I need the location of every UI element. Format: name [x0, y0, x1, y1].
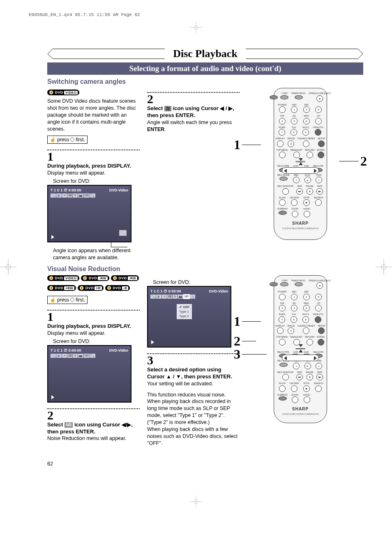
angle-icon	[119, 230, 127, 236]
screen-caption: Screen for DVD:	[53, 178, 140, 184]
num-8-button: 8	[291, 129, 297, 136]
recmode-button	[279, 177, 288, 181]
hand-press-icon: ☝	[50, 137, 56, 143]
page-title: Disc Playback	[165, 48, 246, 60]
skip-fwd-button: ⏭	[316, 188, 323, 195]
play-icon	[51, 235, 54, 239]
play-button: ▸	[304, 177, 311, 183]
num-5-button: 5	[291, 118, 297, 124]
section-bar: Selecting a format of audio and video (c…	[47, 62, 363, 75]
num-4-button: 4	[279, 118, 286, 124]
callout-b1: 1	[234, 314, 240, 329]
vnr-screen-caption: Screen for DVD:	[53, 339, 140, 344]
search-button	[315, 199, 322, 206]
vnr-step-2-instruction: Select NR icon using Cursor ◀/▶, then pr…	[47, 421, 140, 435]
vnr-step-1-instruction: During playback, press DISPLAY.	[47, 323, 140, 330]
step-2-instruction: Select 🎥 icon using Cursor ◀ / ▶, then p…	[147, 105, 240, 119]
vnr-step-3-number: 3	[147, 354, 240, 366]
callout-b3: 3	[234, 347, 240, 362]
screen-disc-type: DVD-Video	[109, 188, 128, 192]
step-2-number: 2	[147, 93, 240, 105]
fwd-button: »	[316, 177, 322, 183]
display-button	[277, 140, 284, 147]
dvd-video-badge: 📀 DVDVIDEO	[47, 90, 79, 95]
callout-2: 2	[360, 154, 367, 169]
dvd-button-icon	[70, 298, 74, 302]
screen-time-info: T 1 C 1 ⏱ 0:00:00	[51, 188, 81, 192]
num-2-button: 2	[303, 106, 310, 113]
disc-type-badges: 📀 DVDVIDEO 📀 DVD-RW 📀 DVD-RW 📀 DVD+RW 📀 …	[47, 275, 140, 293]
dubbing-button	[279, 211, 287, 215]
num-6-button: 6	[303, 118, 310, 124]
zoom-button	[292, 211, 298, 217]
vnr-step-2-number: 2	[47, 409, 140, 421]
hand-press-icon: ☝	[50, 297, 56, 303]
vnr-step-1-detail: Display menu will appear.	[47, 330, 140, 337]
num-9-button: 9	[302, 129, 309, 136]
vnr-step-1-number: 1	[47, 311, 140, 323]
menulist-button	[293, 152, 300, 158]
topmenu-button	[279, 152, 286, 158]
heading-vnr: Visual Noise Reduction	[47, 265, 363, 273]
return-button	[307, 152, 313, 158]
recmon-button	[282, 188, 289, 195]
top-register-mark	[0, 21, 392, 35]
vnr-step-2-detail: Noise Reduction menu will appear.	[47, 435, 140, 442]
clear-button	[303, 140, 309, 147]
step-1-number: 1	[47, 150, 140, 163]
vnr-step-3-detail: Your setting will be activated.	[147, 380, 240, 387]
step-1-detail: Display menu will appear.	[47, 170, 140, 177]
audio-button	[304, 211, 310, 217]
num-7-button: 7	[279, 129, 285, 136]
remote-subbrand: VCR/DVD RECORDER COMBINATION	[282, 228, 319, 230]
vnr-screen-caption-2: Screen for DVD:	[153, 279, 240, 285]
skip-back-button: ⏮	[296, 188, 303, 195]
pause-button: ⏸	[307, 188, 313, 195]
screen-icon-row: 🔍🔊≡🎞⟳📷NR🔍	[51, 193, 128, 198]
dvd-button-icon	[70, 138, 74, 142]
remote-diagram-b: 1 2 3 T-SET TIMER PROG. OPEN/CLOSE EJECT…	[247, 275, 354, 423]
angle-icon-note: Angle icon appears when different camera…	[53, 247, 140, 261]
nr-dropdown: ✔ OFF Type 1 Type 2	[177, 304, 192, 320]
vnr-step-3-paragraph: This function reduces visual noise. When…	[147, 391, 240, 447]
rev-button: «	[293, 177, 300, 183]
ch-up-button: +	[315, 118, 322, 124]
remote-brand: SHARP	[292, 221, 309, 226]
setup-button	[318, 140, 325, 147]
press-dvd-first-tip: ☝ press first.	[47, 296, 88, 304]
power-button	[279, 106, 286, 113]
videotv-button	[315, 129, 321, 136]
press-dvd-first-tip: ☝ press first.	[47, 136, 88, 144]
vnr-step-3-instruction: Select a desired option using Cursor ▲ /…	[147, 366, 240, 380]
callout-1: 1	[234, 137, 240, 152]
bottom-register-mark	[0, 495, 392, 509]
vnr-screen-mock-1: T 1 C 1 ⏱ 0:00:00 DVD-Video 🔍🔊≡🎞⟳📷NR🔍	[47, 345, 131, 403]
nr-button-icon: NR	[65, 422, 73, 428]
stop-button: ■	[303, 199, 310, 206]
num-3-button: 3	[315, 106, 322, 113]
heading-camera-angles: Switching camera angles	[47, 78, 363, 85]
file-header: E9656UD_EN_1.qx4 05.7.15 11:56 AM Page 6…	[0, 0, 392, 17]
num-1-button: 1	[291, 106, 297, 113]
remote-diagram-a: 1 2 T-SET TIMER PROG. OPEN/CLOSE EJECT▲ …	[247, 88, 354, 240]
vnr-screen-mock-2: T 1 C 1 ⏱ 0:00:00 DVD-Video 🔍🔊≡🎞⟳📷NR🔍 ✔ …	[147, 286, 231, 348]
tset-button	[280, 95, 288, 99]
standby-button	[270, 95, 278, 99]
slow-button	[279, 199, 286, 206]
step-1-instruction: During playback, press DISPLAY.	[47, 163, 140, 170]
num-0-button: 0	[288, 140, 294, 147]
cursor-pad	[282, 161, 319, 162]
page-number: 62	[47, 461, 363, 467]
eject-button: ▲	[316, 95, 323, 102]
enter-button	[318, 152, 324, 158]
dvd-screen-mock: T 1 C 1 ⏱ 0:00:00 DVD-Video 🔍🔊≡🎞⟳📷NR🔍	[47, 185, 131, 242]
step-2-detail: Angle will switch each time you press EN…	[147, 119, 240, 133]
angle-button-icon: 🎥	[164, 106, 171, 112]
angles-intro-text: Some DVD Video discs feature scenes shot…	[47, 98, 140, 132]
timer-button	[295, 95, 303, 99]
cmskip-button	[291, 199, 297, 206]
